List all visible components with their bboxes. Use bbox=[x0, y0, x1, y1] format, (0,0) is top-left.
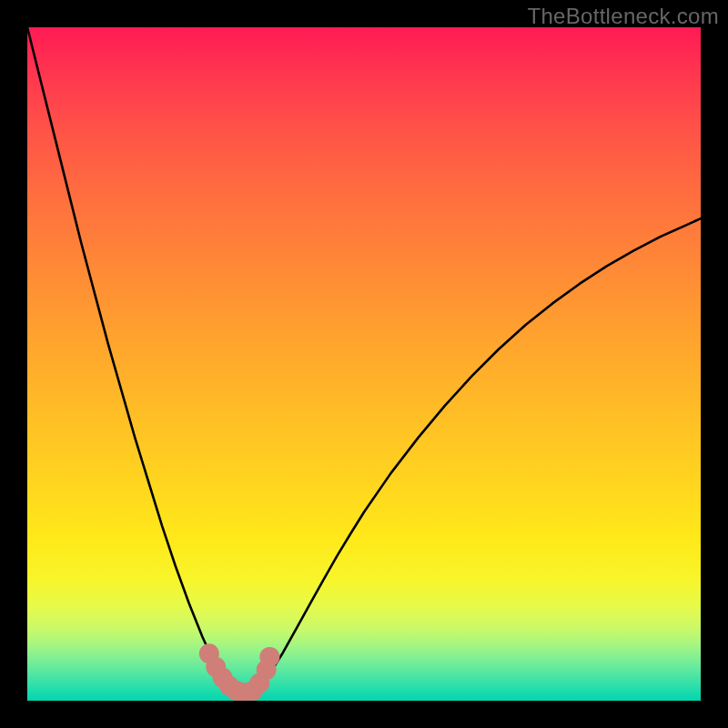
curve-layer bbox=[27, 27, 701, 701]
bottleneck-curve bbox=[27, 27, 701, 693]
highlight-marker bbox=[259, 647, 279, 667]
highlight-markers bbox=[199, 643, 280, 701]
attribution-text: TheBottleneck.com bbox=[527, 4, 719, 29]
chart-frame: TheBottleneck.com bbox=[0, 0, 728, 728]
plot-area bbox=[27, 27, 701, 701]
